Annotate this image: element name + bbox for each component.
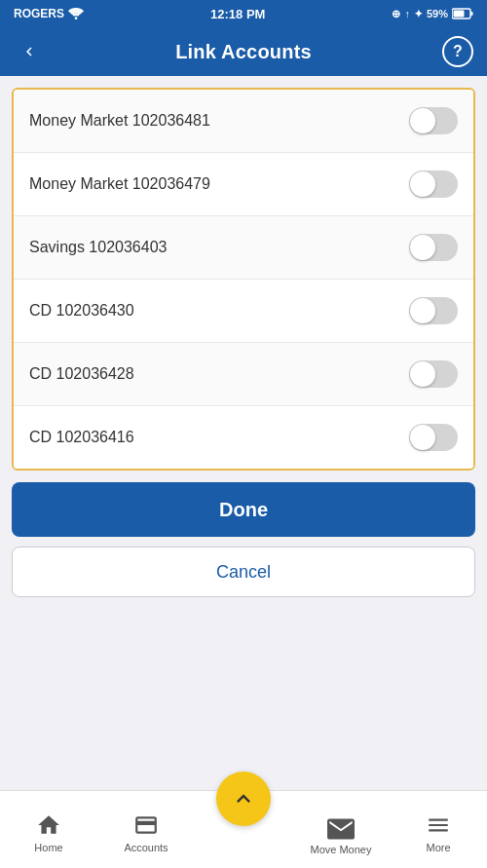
nav-move-money[interactable]: Move Money [292,799,390,868]
svg-rect-3 [470,12,472,16]
toggle-knob [410,171,435,197]
done-button[interactable]: Done [12,482,475,537]
account-row: Money Market 102036479 [14,153,473,216]
toggle-knob [410,108,435,133]
fab-button[interactable] [216,772,271,826]
account-name: Money Market 102036479 [29,175,210,193]
battery-text: 59% [427,8,448,19]
account-name: CD 102036416 [29,429,134,446]
cancel-button[interactable]: Cancel [12,547,475,597]
nav-center[interactable] [195,791,292,868]
account-toggle[interactable] [409,424,458,451]
back-button[interactable] [14,36,45,67]
content-area: Money Market 102036481Money Market 10203… [0,76,487,790]
svg-rect-2 [453,11,464,18]
nav-home-label: Home [34,842,62,853]
account-toggle[interactable] [409,360,458,388]
nav-accounts-label: Accounts [124,842,168,853]
nav-home[interactable]: Home [0,791,97,868]
svg-point-0 [75,17,78,19]
account-name: Savings 102036403 [29,239,167,256]
help-button[interactable]: ? [442,36,473,67]
header: Link Accounts ? [0,27,487,76]
location-icon: ⊕ [392,8,400,20]
nav-move-money-label: Move Money [311,844,372,855]
toggle-knob [410,425,435,450]
account-row: CD 102036416 [14,406,473,469]
arrow-icon: ↑ [404,8,410,19]
chevron-up-icon [230,785,257,812]
status-bar: ROGERS 12:18 PM ⊕ ↑ ✦ 59% [0,0,487,27]
account-row: Savings 102036403 [14,216,473,280]
account-name: Money Market 102036481 [29,112,210,130]
account-toggle[interactable] [409,234,458,261]
toggle-knob [410,298,435,323]
account-name: CD 102036428 [29,365,134,383]
carrier-name: ROGERS [14,7,64,20]
accounts-list: Money Market 102036481Money Market 10203… [12,88,475,471]
account-row: CD 102036428 [14,343,473,406]
toggle-knob [410,361,435,387]
envelope-icon [327,818,355,840]
home-icon [36,812,61,838]
status-indicators: ⊕ ↑ ✦ 59% [392,8,473,20]
battery-icon [452,8,473,19]
bluetooth-icon: ✦ [414,8,423,20]
wifi-icon [68,8,84,19]
account-row: CD 102036430 [14,280,473,343]
toggle-knob [410,235,435,260]
account-toggle[interactable] [409,170,458,198]
nav-more[interactable]: More [390,791,487,868]
account-toggle[interactable] [409,107,458,134]
nav-accounts[interactable]: Accounts [97,791,195,868]
accounts-icon [133,812,159,838]
status-time: 12:18 PM [210,7,265,21]
account-row: Money Market 102036481 [14,90,473,153]
bottom-nav: Home Accounts Move Money More [0,790,487,868]
account-toggle[interactable] [409,297,458,324]
account-name: CD 102036430 [29,302,134,320]
page-title: Link Accounts [175,41,312,63]
nav-more-label: More [426,842,450,853]
carrier-info: ROGERS [14,7,84,20]
more-icon [426,812,451,838]
